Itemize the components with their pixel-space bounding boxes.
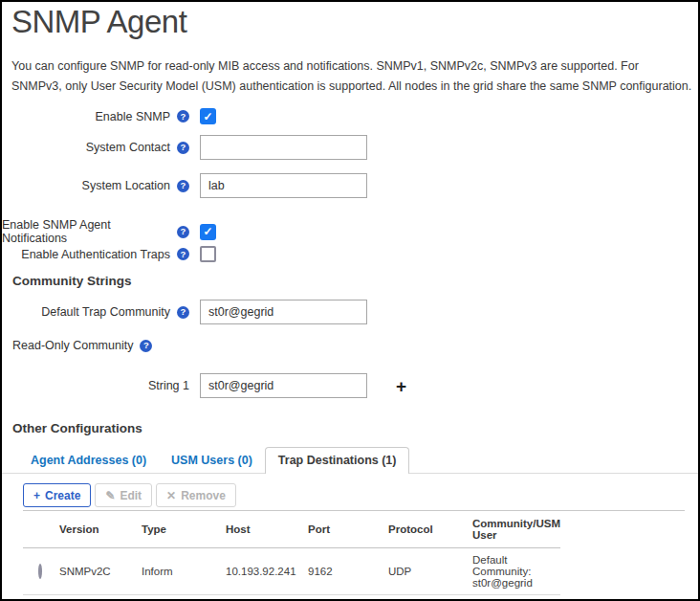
- select-column-header: [23, 511, 55, 548]
- help-icon[interactable]: ?: [177, 306, 189, 319]
- system-contact-label: System Contact: [86, 141, 170, 154]
- cell-port: 9162: [304, 548, 384, 595]
- add-string-icon[interactable]: +: [396, 377, 406, 395]
- table-row: SNMPv2C Inform 10.193.92.241 9162 UDP De…: [23, 548, 560, 595]
- trap-destinations-toolbar: + Create ✎ Edit ✕ Remove: [23, 483, 236, 507]
- column-header-port: Port: [304, 511, 384, 548]
- string1-label: String 1: [148, 379, 189, 392]
- column-header-community-usm-user: Community/USM User: [469, 511, 560, 548]
- page-description: You can configure SNMP for read-only MIB…: [11, 56, 692, 98]
- system-location-row: System Location ?: [2, 173, 367, 198]
- help-icon[interactable]: ?: [140, 340, 152, 352]
- help-icon[interactable]: ?: [177, 110, 189, 122]
- read-only-community-row: Read-Only Community ?: [12, 339, 152, 352]
- cell-host: 10.193.92.241: [222, 548, 304, 595]
- cross-icon: ✕: [166, 490, 176, 501]
- help-icon[interactable]: ?: [177, 226, 189, 238]
- help-icon[interactable]: ?: [177, 248, 189, 260]
- enable-snmp-row: Enable SNMP ? ✓: [2, 108, 216, 124]
- system-contact-row: System Contact ?: [2, 135, 367, 160]
- enable-notifications-label: Enable SNMP Agent Notifications: [2, 218, 170, 245]
- table-header-row: Version Type Host Port Protocol Communit…: [23, 511, 560, 548]
- cell-community-usm-user: Default Community: st0r@gegrid: [469, 548, 560, 595]
- default-trap-community-label: Default Trap Community: [41, 305, 170, 319]
- create-button[interactable]: + Create: [23, 483, 91, 507]
- cell-protocol: UDP: [384, 548, 469, 595]
- checkmark-icon: ✓: [203, 110, 212, 123]
- tab-trap-destinations[interactable]: Trap Destinations (1): [265, 447, 410, 474]
- page-title: SNMP Agent: [11, 4, 186, 40]
- column-header-version: Version: [55, 511, 138, 548]
- help-icon[interactable]: ?: [177, 142, 189, 154]
- cell-version: SNMPv2C: [55, 548, 138, 595]
- snmp-agent-page: SNMP Agent You can configure SNMP for re…: [0, 0, 700, 601]
- enable-auth-traps-checkbox[interactable]: [200, 246, 216, 262]
- other-configurations-heading: Other Configurations: [12, 421, 142, 435]
- community-strings-heading: Community Strings: [12, 274, 132, 288]
- enable-notifications-checkbox[interactable]: ✓: [200, 224, 216, 240]
- enable-auth-traps-label: Enable Authentication Traps: [21, 248, 170, 261]
- enable-auth-traps-row: Enable Authentication Traps ?: [2, 246, 216, 262]
- column-header-type: Type: [138, 511, 222, 548]
- pencil-icon: ✎: [105, 490, 115, 501]
- help-icon[interactable]: ?: [177, 180, 189, 192]
- default-trap-community-input[interactable]: [200, 300, 367, 324]
- default-trap-community-row: Default Trap Community ?: [2, 300, 367, 324]
- enable-snmp-label: Enable SNMP: [95, 110, 170, 123]
- checkmark-icon: ✓: [203, 225, 212, 238]
- tab-agent-addresses[interactable]: Agent Addresses (0): [18, 448, 159, 473]
- column-header-protocol: Protocol: [384, 511, 469, 548]
- remove-button[interactable]: ✕ Remove: [156, 483, 236, 507]
- other-configurations-tabs: Agent Addresses (0) USM Users (0) Trap D…: [2, 447, 698, 474]
- column-header-host: Host: [222, 511, 304, 548]
- system-contact-input[interactable]: [200, 135, 367, 160]
- cell-type: Inform: [138, 548, 222, 595]
- plus-icon: +: [33, 490, 40, 501]
- string1-input[interactable]: [200, 373, 367, 398]
- enable-snmp-checkbox[interactable]: ✓: [200, 108, 216, 124]
- tab-usm-users[interactable]: USM Users (0): [159, 448, 265, 473]
- row-select-radio[interactable]: [38, 564, 42, 579]
- enable-notifications-row: Enable SNMP Agent Notifications ? ✓: [2, 218, 216, 245]
- trap-destinations-table: Version Type Host Port Protocol Communit…: [23, 511, 560, 595]
- system-location-label: System Location: [82, 179, 170, 192]
- edit-button[interactable]: ✎ Edit: [95, 483, 152, 507]
- string1-row: String 1 +: [2, 373, 406, 398]
- system-location-input[interactable]: [200, 173, 367, 198]
- read-only-community-label: Read-Only Community: [12, 339, 133, 352]
